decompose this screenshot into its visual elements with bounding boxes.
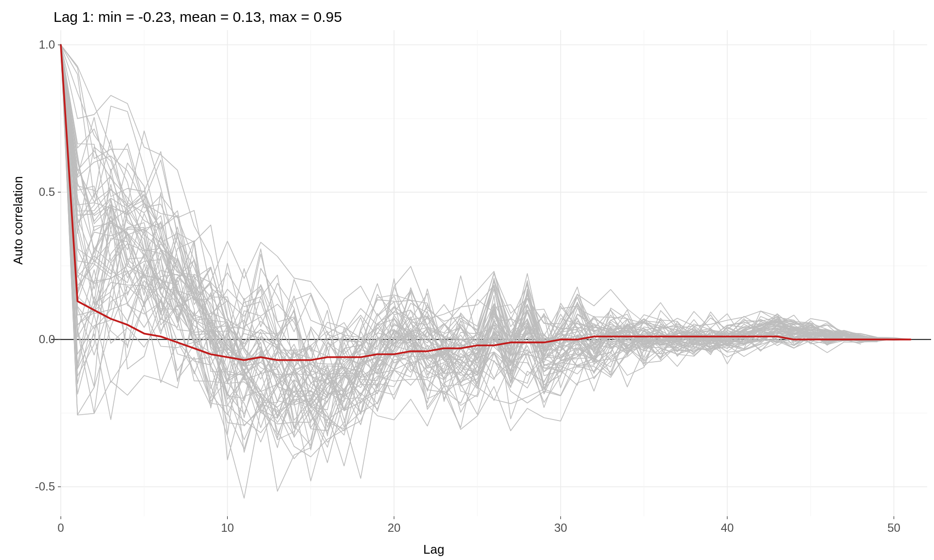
x-axis-label: Lag bbox=[423, 542, 444, 557]
x-tick-label: 20 bbox=[388, 521, 401, 534]
x-tick-label: 40 bbox=[721, 521, 734, 534]
y-tick-label: 0.5 bbox=[39, 185, 55, 198]
y-axis-label: Auto correlation bbox=[11, 176, 26, 264]
y-tick-label: 1.0 bbox=[39, 38, 55, 51]
x-tick-label: 10 bbox=[221, 521, 234, 534]
x-tick-label: 30 bbox=[554, 521, 567, 534]
y-tick-label: -0.5 bbox=[35, 480, 55, 493]
chart-svg: -0.50.00.51.001020304050 bbox=[0, 0, 934, 560]
x-tick-label: 50 bbox=[887, 521, 900, 534]
autocorrelation-chart: Lag 1: min = -0.23, mean = 0.13, max = 0… bbox=[0, 0, 934, 560]
x-tick-label: 0 bbox=[57, 521, 64, 534]
y-tick-label: 0.0 bbox=[39, 332, 55, 346]
